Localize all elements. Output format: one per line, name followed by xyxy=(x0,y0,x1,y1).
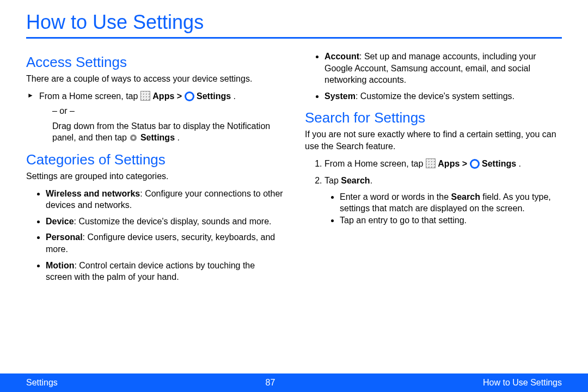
heading-categories: Categories of Settings xyxy=(26,151,283,168)
list-item: Wireless and networks: Configure your co… xyxy=(46,188,283,211)
categories-list-cont: Account: Set up and manage accounts, inc… xyxy=(305,51,562,102)
list-item: Device: Customize the device's display, … xyxy=(46,216,283,228)
list-item: Personal: Configure device users, securi… xyxy=(46,231,283,255)
column-right: Account: Set up and manage accounts, inc… xyxy=(305,46,562,287)
search-step-2: Tap Search. Enter a word or words in the… xyxy=(324,175,562,226)
footer-right: How to Use Settings xyxy=(483,378,562,388)
search-substeps: Enter a word or words in the Search fiel… xyxy=(324,191,562,226)
gear-icon xyxy=(129,133,138,142)
heading-access-settings: Access Settings xyxy=(26,54,283,71)
page-title: How to Use Settings xyxy=(26,11,562,34)
search-step-1: From a Home screen, tap Apps > Settings … xyxy=(324,158,562,170)
access-intro: There are a couple of ways to access you… xyxy=(26,73,283,85)
footer-left: Settings xyxy=(26,378,58,388)
apps-icon xyxy=(140,91,150,101)
page-footer: Settings 87 How to Use Settings xyxy=(0,373,588,392)
list-item: Motion: Control certain device actions b… xyxy=(46,260,283,283)
title-rule xyxy=(26,37,562,39)
access-steps: From a Home screen, tap Apps > Settings … xyxy=(26,90,283,144)
categories-list: Wireless and networks: Configure your co… xyxy=(26,188,283,283)
list-item: Tap an entry to go to that setting. xyxy=(340,215,562,226)
columns: Access Settings There are a couple of wa… xyxy=(26,46,562,287)
heading-search: Search for Settings xyxy=(305,109,562,126)
footer-center: 87 xyxy=(266,378,275,388)
categories-intro: Settings are grouped into categories. xyxy=(26,170,283,182)
access-alt: Drag down from the Status bar to display… xyxy=(52,120,283,144)
list-item: Enter a word or words in the Search fiel… xyxy=(340,191,562,215)
apps-icon xyxy=(426,158,436,168)
access-or: – or – xyxy=(52,105,283,117)
document-page: How to Use Settings Access Settings Ther… xyxy=(0,0,588,392)
search-steps: From a Home screen, tap Apps > Settings … xyxy=(305,158,562,226)
list-item: System: Customize the device's system se… xyxy=(324,90,562,102)
settings-icon xyxy=(470,159,480,169)
svg-point-1 xyxy=(132,137,135,139)
search-intro: If you are not sure exactly where to fin… xyxy=(305,128,562,152)
list-item: Account: Set up and manage accounts, inc… xyxy=(324,51,562,86)
settings-icon xyxy=(185,91,194,101)
access-step: From a Home screen, tap Apps > Settings … xyxy=(39,90,283,144)
column-left: Access Settings There are a couple of wa… xyxy=(26,46,283,287)
